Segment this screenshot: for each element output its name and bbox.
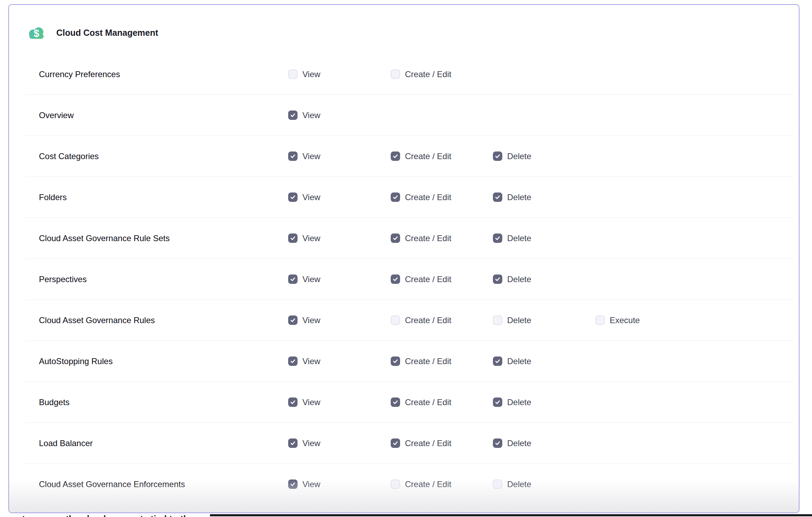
permission-cell[interactable]: View — [288, 423, 320, 463]
checkmark-icon — [392, 358, 398, 364]
permission-cell[interactable]: View — [288, 54, 320, 95]
permission-cell[interactable]: Delete — [493, 423, 531, 463]
checkmark-icon — [392, 440, 398, 446]
permission-label: Delete — [507, 151, 531, 161]
permission-checkbox[interactable] — [493, 192, 502, 202]
permission-checkbox[interactable] — [288, 315, 298, 325]
checkmark-icon — [495, 194, 501, 200]
permission-label: View — [302, 397, 320, 407]
permission-cell[interactable]: Delete — [493, 341, 531, 381]
permission-cell[interactable]: Create / Edit — [391, 177, 451, 218]
permission-label: View — [302, 192, 320, 202]
permission-cell[interactable]: View — [288, 341, 320, 381]
permission-label: View — [302, 110, 320, 120]
checkmark-icon — [290, 358, 296, 364]
checkmark-icon — [495, 399, 501, 405]
permission-label: Create / Edit — [405, 69, 451, 79]
permission-cell[interactable]: Create / Edit — [391, 54, 451, 95]
permission-cell[interactable]: Create / Edit — [391, 423, 451, 463]
permission-label: Delete — [507, 438, 531, 448]
checkmark-icon — [290, 153, 296, 159]
footer-divider — [210, 514, 812, 516]
checkmark-icon — [290, 235, 296, 241]
permission-checkbox[interactable] — [288, 356, 298, 366]
permission-checkbox[interactable] — [391, 438, 400, 448]
permission-checkbox[interactable] — [493, 356, 502, 366]
permission-checkbox[interactable] — [391, 274, 400, 284]
module-title: Cloud Cost Management — [56, 28, 158, 38]
checkmark-icon — [290, 194, 296, 200]
permission-checkbox[interactable] — [493, 479, 502, 489]
permission-cell[interactable]: Create / Edit — [391, 218, 451, 258]
permission-cell[interactable]: Delete — [493, 177, 531, 218]
permission-checkbox[interactable] — [595, 315, 605, 325]
permission-checkbox[interactable] — [391, 315, 400, 325]
permission-cell[interactable]: View — [288, 136, 320, 177]
permission-checkbox[interactable] — [493, 438, 502, 448]
permission-checkbox[interactable] — [288, 233, 298, 243]
permission-cell[interactable]: View — [288, 259, 320, 299]
permission-checkbox[interactable] — [391, 233, 400, 243]
permission-label: View — [302, 479, 320, 489]
permission-cell[interactable]: View — [288, 300, 320, 340]
permission-row: Overview View — [26, 95, 793, 136]
permission-label: Create / Edit — [405, 192, 451, 202]
permission-cell[interactable]: Delete — [493, 464, 531, 504]
permission-checkbox[interactable] — [288, 110, 298, 120]
permission-checkbox[interactable] — [391, 151, 400, 161]
permission-cell[interactable]: Delete — [493, 218, 531, 258]
permission-label: Create / Edit — [405, 274, 451, 284]
permission-cell[interactable]: Delete — [493, 259, 531, 299]
permission-label: Delete — [507, 397, 531, 407]
permission-label: Create / Edit — [405, 397, 451, 407]
permission-checkbox[interactable] — [288, 151, 298, 161]
permission-cell[interactable]: Create / Edit — [391, 300, 451, 340]
permission-row: Cloud Asset Governance Rules View Create… — [26, 300, 793, 341]
resource-label: Cloud Asset Governance Rule Sets — [39, 218, 170, 258]
permission-checkbox[interactable] — [391, 192, 400, 202]
permission-checkbox[interactable] — [288, 69, 298, 79]
permission-checkbox[interactable] — [493, 274, 502, 284]
permission-cell[interactable]: View — [288, 95, 320, 136]
checkmark-icon — [495, 440, 501, 446]
permission-cell[interactable]: Delete — [493, 300, 531, 340]
checkmark-icon — [392, 194, 398, 200]
permission-cell[interactable]: View — [288, 382, 320, 422]
resource-label: Overview — [39, 95, 74, 136]
resource-label: Cost Categories — [39, 136, 99, 177]
permission-label: View — [302, 233, 320, 243]
permission-checkbox[interactable] — [288, 397, 298, 407]
checkmark-icon — [495, 358, 501, 364]
permission-checkbox[interactable] — [391, 397, 400, 407]
permission-checkbox[interactable] — [288, 479, 298, 489]
permission-checkbox[interactable] — [288, 274, 298, 284]
permission-cell[interactable]: Create / Edit — [391, 259, 451, 299]
permission-cell[interactable]: Create / Edit — [391, 464, 451, 504]
permission-checkbox[interactable] — [391, 479, 400, 489]
permission-cell[interactable]: Create / Edit — [391, 136, 451, 177]
permission-checkbox[interactable] — [493, 233, 502, 243]
checkmark-icon — [495, 276, 501, 282]
permission-checkbox[interactable] — [493, 151, 502, 161]
checkmark-icon — [392, 153, 398, 159]
permission-cell[interactable]: View — [288, 177, 320, 218]
permission-checkbox[interactable] — [493, 397, 502, 407]
permission-checkbox[interactable] — [391, 356, 400, 366]
permission-cell[interactable]: View — [288, 464, 320, 504]
checkmark-icon — [495, 235, 501, 241]
checkmark-icon — [290, 399, 296, 405]
resource-label: AutoStopping Rules — [39, 341, 113, 381]
checkmark-icon — [392, 276, 398, 282]
permission-checkbox[interactable] — [391, 69, 400, 79]
permission-row: Cost Categories View Create / Edit Delet… — [26, 136, 793, 177]
permission-cell[interactable]: Execute — [595, 300, 640, 340]
permission-cell[interactable]: Delete — [493, 382, 531, 422]
permission-cell[interactable]: Delete — [493, 136, 531, 177]
permission-cell[interactable]: Create / Edit — [391, 341, 451, 381]
permission-cell[interactable]: Create / Edit — [391, 382, 451, 422]
permission-checkbox[interactable] — [493, 315, 502, 325]
permission-label: Delete — [507, 479, 531, 489]
permission-cell[interactable]: View — [288, 218, 320, 258]
permission-checkbox[interactable] — [288, 192, 298, 202]
permission-checkbox[interactable] — [288, 438, 298, 448]
